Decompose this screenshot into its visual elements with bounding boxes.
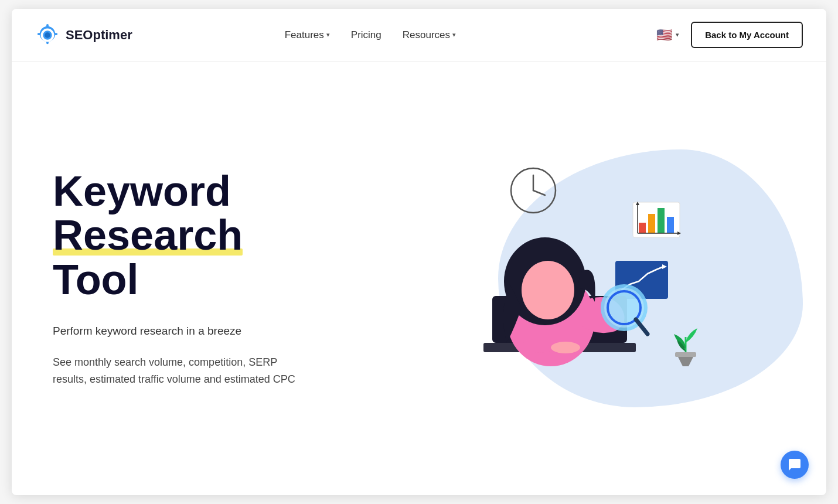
language-chevron-icon: ▾: [676, 31, 679, 39]
logo-icon: [35, 23, 60, 47]
svg-point-0: [45, 32, 50, 38]
chat-icon: [788, 458, 802, 472]
nav-resources[interactable]: Resources ▾: [403, 29, 456, 41]
hero-subtitle-1: Perform keyword research in a breeze: [53, 323, 346, 340]
brand-name: SEOptimer: [66, 28, 132, 43]
chat-button[interactable]: [781, 451, 809, 479]
svg-line-3: [533, 190, 545, 195]
svg-rect-31: [675, 352, 696, 357]
svg-rect-10: [648, 214, 655, 233]
svg-point-29: [522, 339, 557, 353]
svg-point-30: [551, 342, 580, 353]
nav-links: Features ▾ Pricing Resources ▾: [285, 29, 456, 41]
svg-rect-12: [667, 217, 674, 233]
hero-section: Keyword Research Tool Perform keyword re…: [12, 62, 826, 495]
hero-text: Keyword Research Tool Perform keyword re…: [53, 169, 346, 388]
svg-rect-11: [658, 208, 665, 233]
nav-right: 🇺🇸 ▾ Back to My Account: [656, 22, 803, 48]
features-chevron-icon: ▾: [326, 31, 330, 39]
hero-illustration: [346, 62, 791, 495]
hero-subtitle-2: See monthly search volume, competition, …: [53, 354, 299, 388]
hero-title: Keyword Research Tool: [53, 169, 346, 302]
language-selector[interactable]: 🇺🇸 ▾: [656, 28, 679, 43]
hero-svg: [416, 126, 721, 431]
resources-chevron-icon: ▾: [452, 31, 456, 39]
flag-icon: 🇺🇸: [656, 28, 672, 43]
logo-link[interactable]: SEOptimer: [35, 23, 132, 47]
nav-features[interactable]: Features ▾: [285, 29, 330, 41]
nav-pricing[interactable]: Pricing: [351, 29, 381, 41]
svg-rect-9: [639, 223, 646, 233]
navbar: SEOptimer Features ▾ Pricing Resources ▾…: [12, 9, 826, 62]
svg-point-28: [522, 261, 574, 319]
back-to-account-button[interactable]: Back to My Account: [691, 22, 803, 48]
main-window: SEOptimer Features ▾ Pricing Resources ▾…: [12, 9, 826, 495]
